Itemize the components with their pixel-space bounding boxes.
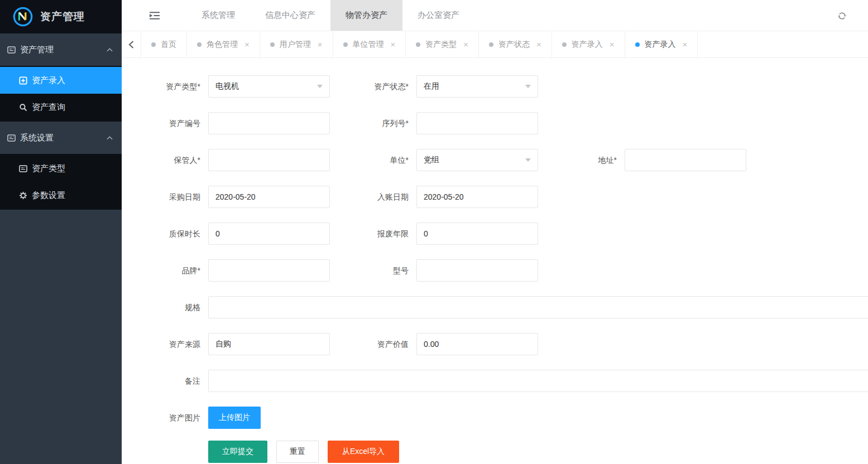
sidebar-item-label: 参数设置 xyxy=(32,190,65,201)
dropdown-arrow-icon xyxy=(525,158,531,162)
asset-type-label: 资产类型* xyxy=(122,75,208,98)
form-row: 资产来源资产价值 xyxy=(122,333,868,355)
window-icon xyxy=(7,46,16,54)
tab-label: 资产状态 xyxy=(498,40,530,50)
brand-input[interactable] xyxy=(208,259,330,282)
asset-source-label: 资产来源 xyxy=(122,333,208,355)
close-icon[interactable]: × xyxy=(463,40,468,49)
brand-n-logo-icon xyxy=(12,6,33,27)
close-icon[interactable]: × xyxy=(244,40,250,49)
top-navbar: 系统管理信息中心资产物管办资产办公室资产 xyxy=(122,0,868,31)
unit-select[interactable]: 党组 xyxy=(416,149,538,171)
purchase-date-input[interactable] xyxy=(208,186,330,208)
sidebar-item-资产类型[interactable]: 资产类型 xyxy=(0,155,122,182)
tab-角色管理-1[interactable]: 角色管理× xyxy=(187,31,260,57)
asset-image-label: 资产图片 xyxy=(122,407,208,429)
top-nav-item-物管办资产[interactable]: 物管办资产 xyxy=(330,0,402,31)
sidebar-group-items: 资产录入资产查询 xyxy=(0,66,122,122)
tab-用户管理-2[interactable]: 用户管理× xyxy=(260,31,333,57)
main-area: 系统管理信息中心资产物管办资产办公室资产 首页角色管理×用户管理×单位管理×资产… xyxy=(122,0,868,464)
close-icon[interactable]: × xyxy=(683,40,688,49)
form-row: 保管人*单位*党组地址* xyxy=(122,149,868,171)
indent-icon[interactable] xyxy=(146,0,163,31)
top-nav-item-办公室资产[interactable]: 办公室资产 xyxy=(402,0,474,31)
import-excel-button[interactable]: 从Excel导入 xyxy=(328,441,399,463)
form-row: 资产类型*电视机资产状态*在用 xyxy=(122,75,868,98)
tab-单位管理-3[interactable]: 单位管理× xyxy=(333,31,406,57)
tab-资产状态-5[interactable]: 资产状态× xyxy=(479,31,552,57)
chevron-left-icon[interactable] xyxy=(122,31,141,57)
asset-type-selected-value: 电视机 xyxy=(215,81,239,91)
caret-up-icon xyxy=(107,48,113,52)
tab-资产类型-4[interactable]: 资产类型× xyxy=(406,31,479,57)
tab-dot-icon xyxy=(489,42,493,47)
address-input[interactable] xyxy=(625,149,746,171)
tab-dot-icon xyxy=(197,42,202,47)
model-input[interactable] xyxy=(416,259,538,282)
entry-date-label: 入账日期 xyxy=(330,186,416,208)
top-nav-item-信息中心资产[interactable]: 信息中心资产 xyxy=(250,0,330,31)
sidebar-item-资产查询[interactable]: 资产查询 xyxy=(0,94,122,120)
close-icon[interactable]: × xyxy=(391,40,396,49)
sidebar-item-资产录入[interactable]: 资产录入 xyxy=(0,67,122,94)
tab-dot-icon xyxy=(416,42,420,47)
close-icon[interactable]: × xyxy=(610,40,615,49)
entry-date-input[interactable] xyxy=(416,186,538,208)
serial-number-input[interactable] xyxy=(416,112,538,134)
tab-bar: 首页角色管理×用户管理×单位管理×资产类型×资产状态×资产录入×资产录入× xyxy=(122,31,868,58)
reset-button[interactable]: 重置 xyxy=(276,441,319,463)
sidebar-group-label: 资产管理 xyxy=(20,45,54,55)
form-row: 质保时长报废年限 xyxy=(122,223,868,245)
close-icon[interactable]: × xyxy=(318,40,323,49)
asset-value-input[interactable] xyxy=(416,333,538,355)
specification-input[interactable] xyxy=(208,296,868,318)
sidebar: 资产管理 资产管理资产录入资产查询系统设置资产类型参数设置 xyxy=(0,0,122,464)
sidebar-item-label: 资产类型 xyxy=(32,163,65,174)
refresh-icon[interactable] xyxy=(837,0,847,31)
sidebar-group-items: 资产类型参数设置 xyxy=(0,154,122,210)
address-label: 地址* xyxy=(538,149,625,171)
upload-image-button[interactable]: 上传图片 xyxy=(208,407,261,429)
tab-资产录入-6[interactable]: 资产录入× xyxy=(552,31,625,57)
tab-首页-0[interactable]: 首页 xyxy=(141,31,187,57)
form-row: 品牌*型号 xyxy=(122,259,868,282)
tab-资产录入-7[interactable]: 资产录入× xyxy=(625,31,698,57)
scrap-years-label: 报废年限 xyxy=(330,223,416,245)
tab-label: 首页 xyxy=(161,40,176,50)
plus-square-icon xyxy=(19,76,27,85)
app-root: 资产管理 资产管理资产录入资产查询系统设置资产类型参数设置 系统管理信息中心资产… xyxy=(0,0,868,464)
tab-label: 资产录入 xyxy=(572,40,603,50)
remarks-input[interactable] xyxy=(208,370,868,392)
form-row: 备注 xyxy=(122,370,868,392)
top-nav-item-系统管理[interactable]: 系统管理 xyxy=(186,0,250,31)
asset-code-input[interactable] xyxy=(208,112,330,134)
sidebar-item-参数设置[interactable]: 参数设置 xyxy=(0,182,122,209)
tab-label: 用户管理 xyxy=(280,40,311,50)
serial-number-label: 序列号* xyxy=(330,112,416,134)
scrap-years-input[interactable] xyxy=(416,223,538,245)
tab-label: 资产录入 xyxy=(645,40,676,50)
tab-label: 资产类型 xyxy=(425,40,457,50)
tab-dot-icon xyxy=(562,42,567,47)
asset-source-input[interactable] xyxy=(208,333,330,355)
unit-selected-value: 党组 xyxy=(424,155,439,165)
active-tab-dot-icon xyxy=(635,42,640,47)
close-icon[interactable]: × xyxy=(536,40,541,49)
sidebar-item-label: 资产查询 xyxy=(32,102,65,113)
app-title: 资产管理 xyxy=(40,9,85,24)
warranty-duration-input[interactable] xyxy=(208,223,330,245)
dropdown-arrow-icon xyxy=(317,85,323,88)
asset-type-select[interactable]: 电视机 xyxy=(208,75,330,98)
unit-label: 单位* xyxy=(330,149,416,171)
remarks-label: 备注 xyxy=(122,370,208,392)
warranty-duration-label: 质保时长 xyxy=(122,223,208,245)
tab-dot-icon xyxy=(343,42,348,47)
sidebar-group-label: 系统设置 xyxy=(20,133,54,143)
purchase-date-label: 采购日期 xyxy=(122,186,208,208)
sidebar-group-1[interactable]: 系统设置 xyxy=(0,122,122,154)
sidebar-group-0[interactable]: 资产管理 xyxy=(0,33,122,66)
asset-status-selected-value: 在用 xyxy=(424,81,439,91)
custodian-input[interactable] xyxy=(208,149,330,171)
submit-button[interactable]: 立即提交 xyxy=(208,441,267,463)
asset-status-select[interactable]: 在用 xyxy=(416,75,538,98)
